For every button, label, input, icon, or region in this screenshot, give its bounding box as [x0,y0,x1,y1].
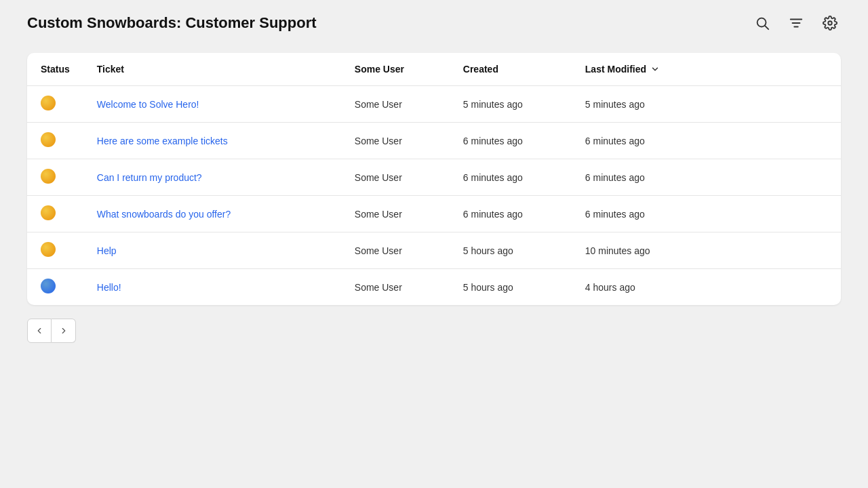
filter-button[interactable] [785,12,807,34]
table-row: Welcome to Solve Hero!Some User5 minutes… [27,86,841,123]
chevron-left-icon [35,326,44,336]
col-header-ticket: Ticket [83,53,341,86]
ticket-cell: Help [83,232,341,269]
search-icon [755,16,770,30]
ticket-link[interactable]: Here are some example tickets [97,136,228,146]
ticket-cell: What snowboards do you offer? [83,196,341,232]
ticket-cell: Here are some example tickets [83,123,341,159]
col-header-status: Status [27,53,83,86]
ticket-link[interactable]: Hello! [97,282,121,293]
col-header-modified[interactable]: Last Modified [572,53,841,86]
table-row: Hello!Some User5 hours ago4 hours ago [27,269,841,306]
col-header-user: Some User [341,53,450,86]
created-cell: 5 minutes ago [450,86,572,123]
pagination [27,319,841,343]
col-header-created: Created [450,53,572,86]
status-dot [41,132,56,147]
ticket-cell: Can I return my product? [83,159,341,196]
created-cell: 6 minutes ago [450,159,572,196]
table-row: What snowboards do you offer?Some User6 … [27,196,841,232]
ticket-cell: Hello! [83,269,341,306]
main-content: Status Ticket Some User Created Last Mod… [0,46,868,357]
chevron-right-icon [59,326,68,336]
search-button[interactable] [751,12,773,34]
status-cell [27,159,83,196]
status-cell [27,123,83,159]
sort-icon [650,64,660,74]
modified-cell: 10 minutes ago [572,232,841,269]
tickets-table: Status Ticket Some User Created Last Mod… [27,53,841,305]
ticket-cell: Welcome to Solve Hero! [83,86,341,123]
modified-cell: 6 minutes ago [572,123,841,159]
status-dot [41,169,56,184]
status-cell [27,269,83,306]
ticket-link[interactable]: Welcome to Solve Hero! [97,99,199,110]
status-cell [27,196,83,232]
status-dot [41,96,56,110]
next-page-button[interactable] [52,319,76,343]
ticket-link[interactable]: Help [97,245,117,256]
filter-icon [789,16,804,30]
status-cell [27,232,83,269]
page-title: Custom Snowboards: Customer Support [27,14,317,32]
status-dot [41,242,56,257]
status-cell [27,86,83,123]
modified-cell: 5 minutes ago [572,86,841,123]
created-cell: 5 hours ago [450,269,572,306]
settings-icon [823,16,837,30]
modified-cell: 6 minutes ago [572,196,841,232]
table-row: Here are some example ticketsSome User6 … [27,123,841,159]
app-header: Custom Snowboards: Customer Support [0,0,868,46]
user-cell: Some User [341,123,450,159]
created-cell: 6 minutes ago [450,196,572,232]
user-cell: Some User [341,232,450,269]
user-cell: Some User [341,86,450,123]
table-row: Can I return my product?Some User6 minut… [27,159,841,196]
prev-page-button[interactable] [27,319,52,343]
user-cell: Some User [341,159,450,196]
modified-cell: 4 hours ago [572,269,841,306]
svg-point-5 [828,21,832,25]
header-actions [751,12,841,34]
status-dot [41,205,56,220]
svg-line-1 [765,26,768,29]
user-cell: Some User [341,196,450,232]
ticket-link[interactable]: What snowboards do you offer? [97,209,231,220]
table-row: HelpSome User5 hours ago10 minutes ago [27,232,841,269]
modified-cell: 6 minutes ago [572,159,841,196]
user-cell: Some User [341,269,450,306]
settings-button[interactable] [819,12,841,34]
created-cell: 5 hours ago [450,232,572,269]
tickets-table-container: Status Ticket Some User Created Last Mod… [27,53,841,305]
status-dot [41,279,56,293]
created-cell: 6 minutes ago [450,123,572,159]
ticket-link[interactable]: Can I return my product? [97,172,202,183]
table-header-row: Status Ticket Some User Created Last Mod… [27,53,841,86]
